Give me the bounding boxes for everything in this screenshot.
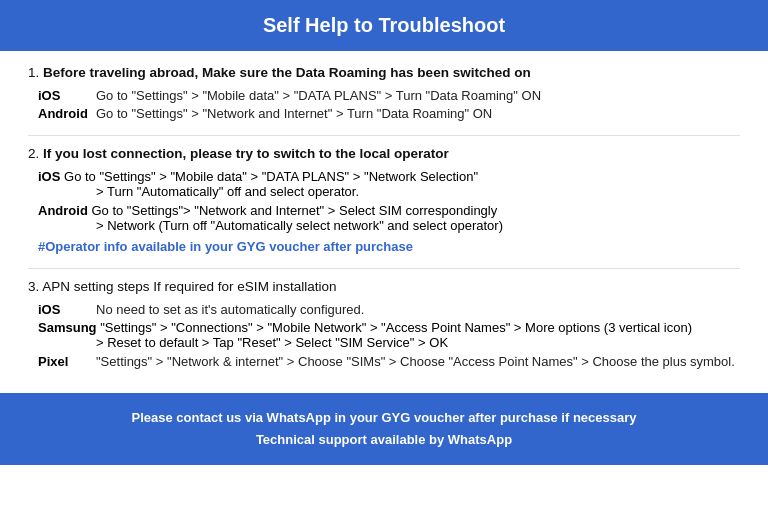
section-2-android-step: Android Go to "Settings"> "Network and I… <box>28 203 740 233</box>
section-3-samsung-step-line2: > Reset to default > Tap "Reset" > Selec… <box>38 335 740 350</box>
section-3-ios-step: iOS No need to set as it's automatically… <box>28 302 740 317</box>
footer-line2: Technical support available by WhatsApp <box>20 429 748 451</box>
section-1: 1. Before traveling abroad, Make sure th… <box>28 65 740 121</box>
main-content: 1. Before traveling abroad, Make sure th… <box>0 51 768 393</box>
section-2-ios-step: iOS Go to "Settings" > "Mobile data" > "… <box>28 169 740 199</box>
section-2-android-step-line2: > Network (Turn off "Automatically selec… <box>38 218 740 233</box>
page-header: Self Help to Troubleshoot <box>0 0 768 51</box>
section-1-android-step: Android Go to "Settings" > "Network and … <box>28 106 740 121</box>
section-2-title: 2. If you lost connection, please try to… <box>28 146 740 161</box>
section-2-ios-step-line2: > Turn "Automatically" off and select op… <box>38 184 740 199</box>
divider-1 <box>28 135 740 136</box>
section-3-samsung-step: Samsung "Settings" > "Connections" > "Mo… <box>28 320 740 350</box>
operator-info: #Operator info available in your GYG vou… <box>28 239 740 254</box>
section-3-pixel-step: Pixel "Settings" > "Network & internet" … <box>28 354 740 369</box>
footer-line1: Please contact us via WhatsApp in your G… <box>20 407 748 429</box>
section-3-title: 3. APN setting steps If required for eSI… <box>28 279 740 294</box>
section-2: 2. If you lost connection, please try to… <box>28 146 740 254</box>
section-1-title: 1. Before traveling abroad, Make sure th… <box>28 65 740 80</box>
page-footer: Please contact us via WhatsApp in your G… <box>0 393 768 465</box>
page-title: Self Help to Troubleshoot <box>20 14 748 37</box>
divider-2 <box>28 268 740 269</box>
section-1-ios-step: iOS Go to "Settings" > "Mobile data" > "… <box>28 88 740 103</box>
section-3: 3. APN setting steps If required for eSI… <box>28 279 740 369</box>
